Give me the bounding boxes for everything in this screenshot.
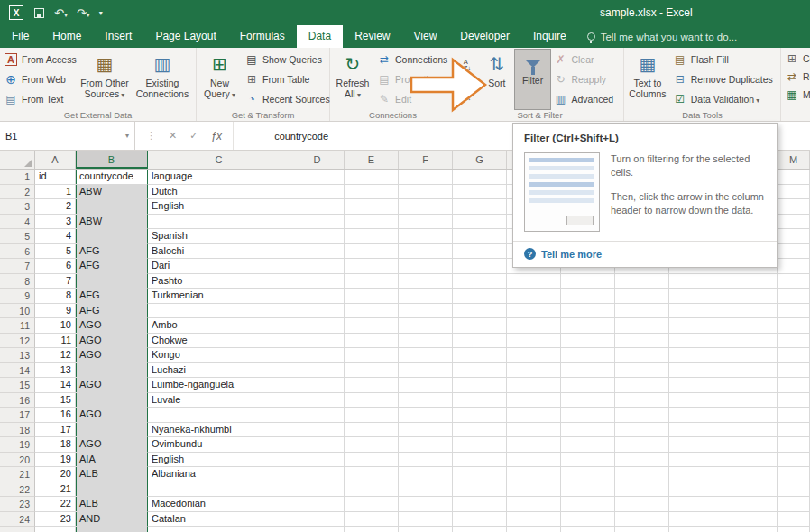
cell-F8[interactable] (399, 274, 453, 289)
cell-F23[interactable] (399, 497, 453, 512)
cell-C2[interactable]: Dutch (148, 185, 290, 200)
cell-K24[interactable] (669, 512, 723, 527)
cell-B2[interactable]: ABW (76, 185, 148, 200)
cell-F1[interactable] (399, 170, 453, 185)
cell-L11[interactable] (723, 318, 778, 334)
row-header-15[interactable]: 15 (0, 378, 35, 393)
name-box-caret-icon[interactable]: ▾ (125, 132, 129, 140)
cell-D24[interactable] (290, 512, 345, 527)
cell-H25[interactable] (507, 527, 561, 532)
cell-M22[interactable] (778, 482, 810, 498)
cell-C3[interactable]: English (148, 199, 290, 215)
from-web-button[interactable]: From Web (1, 70, 77, 88)
cell-M2[interactable] (778, 185, 810, 200)
cell-F6[interactable] (399, 244, 453, 260)
cell-K18[interactable] (669, 423, 723, 438)
row-header-25[interactable] (0, 527, 35, 532)
cell-F7[interactable] (399, 259, 453, 274)
row-header-4[interactable]: 4 (0, 215, 35, 230)
redo-icon[interactable]: ↷▾ (77, 6, 90, 20)
cell-K23[interactable] (669, 497, 723, 512)
cell-D4[interactable] (290, 215, 345, 230)
column-header-G[interactable]: G (453, 151, 507, 169)
row-header-9[interactable]: 9 (0, 289, 35, 304)
cell-C18[interactable]: Nyaneka-nkhumbi (148, 423, 290, 438)
row-header-14[interactable]: 14 (0, 363, 35, 379)
cell-D1[interactable] (290, 170, 345, 185)
cell-I16[interactable] (561, 393, 615, 408)
cell-A25[interactable] (35, 527, 76, 532)
cell-C9[interactable]: Turkmenian (148, 289, 290, 304)
cell-M12[interactable] (778, 334, 810, 349)
cell-G20[interactable] (453, 453, 507, 468)
tab-inquire[interactable]: Inquire (521, 25, 578, 48)
cell-J24[interactable] (615, 512, 669, 527)
cell-E18[interactable] (345, 423, 399, 438)
row-header-3[interactable]: 3 (0, 199, 35, 215)
cell-A9[interactable]: 8 (35, 289, 76, 304)
column-header-M[interactable]: M (778, 151, 810, 169)
cell-C20[interactable]: English (148, 453, 290, 468)
cell-F5[interactable] (399, 229, 453, 244)
cell-B9[interactable]: AFG (76, 289, 148, 304)
customize-quick-access-icon[interactable]: ▾ (99, 9, 103, 17)
cell-B11[interactable]: AGO (76, 318, 148, 334)
cell-B1[interactable]: countrycode (76, 170, 148, 185)
cell-B20[interactable]: AIA (76, 453, 148, 468)
save-icon[interactable] (34, 8, 44, 18)
column-header-B[interactable]: B (76, 151, 148, 169)
row-header-2[interactable]: 2 (0, 185, 35, 200)
cell-C14[interactable]: Luchazi (148, 363, 290, 379)
cell-A19[interactable]: 18 (35, 437, 76, 453)
cell-G18[interactable] (453, 423, 507, 438)
row-header-1[interactable]: 1 (0, 170, 35, 185)
cell-I12[interactable] (561, 334, 615, 349)
cell-C11[interactable]: Ambo (148, 318, 290, 334)
cell-D23[interactable] (290, 497, 345, 512)
cell-M4[interactable] (778, 215, 810, 230)
cell-B3[interactable] (76, 199, 148, 215)
cell-E16[interactable] (345, 393, 399, 408)
cell-D20[interactable] (290, 453, 345, 468)
cell-H15[interactable] (507, 378, 561, 393)
cell-L17[interactable] (723, 408, 778, 423)
cell-I21[interactable] (561, 467, 615, 482)
cell-I14[interactable] (561, 363, 615, 379)
column-header-E[interactable]: E (345, 151, 399, 169)
show-queries-button[interactable]: Show Queries (242, 50, 328, 69)
cell-G16[interactable] (453, 393, 507, 408)
cell-G8[interactable] (453, 274, 507, 289)
cell-F4[interactable] (399, 215, 453, 230)
cell-L14[interactable] (723, 363, 778, 379)
advanced-filter-button[interactable]: Advanced (550, 90, 622, 108)
cell-C6[interactable]: Balochi (148, 244, 290, 260)
cell-F20[interactable] (399, 453, 453, 468)
cell-H9[interactable] (507, 289, 561, 304)
from-text-button[interactable]: From Text (1, 90, 77, 108)
column-header-F[interactable]: F (399, 151, 453, 169)
cell-M3[interactable] (778, 199, 810, 215)
cell-L19[interactable] (723, 437, 778, 453)
cell-M16[interactable] (778, 393, 810, 408)
cell-E8[interactable] (345, 274, 399, 289)
remove-duplicates-button[interactable]: Remove Duplicates (670, 70, 779, 88)
cell-D11[interactable] (290, 318, 345, 334)
cell-K21[interactable] (669, 467, 723, 482)
cell-M9[interactable] (778, 289, 810, 304)
cell-F19[interactable] (399, 437, 453, 453)
tab-insert[interactable]: Insert (93, 25, 143, 48)
cell-J13[interactable] (615, 348, 669, 363)
cell-D3[interactable] (290, 199, 345, 215)
cell-C13[interactable]: Kongo (148, 348, 290, 363)
cell-A5[interactable]: 4 (35, 229, 76, 244)
enter-icon[interactable]: ✓ (189, 130, 198, 142)
cell-G6[interactable] (453, 244, 507, 260)
cell-L15[interactable] (723, 378, 778, 393)
cell-M8[interactable] (778, 274, 810, 289)
cell-C12[interactable]: Chokwe (148, 334, 290, 349)
cell-L24[interactable] (723, 512, 778, 527)
cell-B13[interactable]: AGO (76, 348, 148, 363)
cell-M11[interactable] (778, 318, 810, 334)
cell-A14[interactable]: 13 (35, 363, 76, 379)
cell-B19[interactable]: AGO (76, 437, 148, 453)
